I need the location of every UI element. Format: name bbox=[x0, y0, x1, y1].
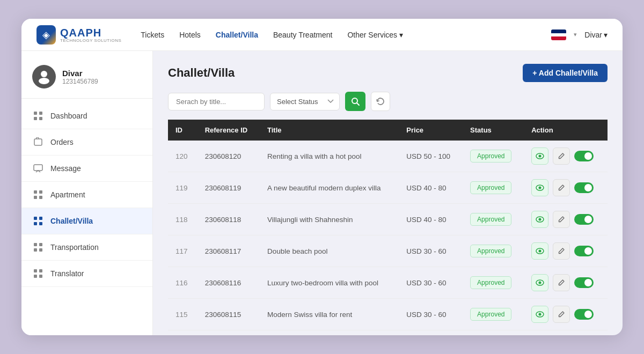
toggle-button[interactable] bbox=[574, 309, 594, 320]
challet-table: ID Reference ID Title Price Status Actio… bbox=[168, 120, 608, 330]
cell-price: USD 30 - 60 bbox=[399, 235, 463, 267]
transportation-icon bbox=[32, 241, 44, 253]
nav-tickets[interactable]: Tickets bbox=[141, 31, 164, 39]
svg-rect-23 bbox=[39, 275, 42, 278]
cell-id: 119 bbox=[168, 172, 197, 204]
cell-action bbox=[524, 299, 608, 330]
table-row: 117 230608117 Double beach pool USD 30 -… bbox=[168, 235, 608, 267]
cell-price: USD 50 - 100 bbox=[399, 141, 463, 172]
col-ref: Reference ID bbox=[197, 120, 260, 141]
toggle-button[interactable] bbox=[574, 182, 594, 193]
cell-price: USD 40 - 80 bbox=[399, 204, 463, 235]
cell-id: 118 bbox=[168, 204, 197, 235]
sidebar-item-challet[interactable]: Challet/Villa bbox=[21, 208, 152, 234]
chevron-down-icon: ▾ bbox=[399, 31, 403, 39]
edit-button[interactable] bbox=[553, 242, 570, 260]
challet-icon bbox=[32, 215, 44, 227]
profile-info: Divar 1231456789 bbox=[62, 69, 98, 85]
message-icon bbox=[32, 163, 44, 174]
cell-action bbox=[524, 235, 608, 267]
action-btns bbox=[531, 306, 600, 323]
reset-button[interactable] bbox=[371, 92, 390, 111]
cell-action bbox=[524, 204, 608, 235]
svg-point-33 bbox=[539, 250, 541, 253]
cell-price: USD 30 - 60 bbox=[399, 299, 463, 330]
svg-rect-6 bbox=[34, 139, 42, 145]
language-flag[interactable] bbox=[551, 30, 566, 40]
status-badge: Approved bbox=[470, 213, 511, 226]
svg-point-1 bbox=[39, 78, 49, 84]
cell-status: Approved bbox=[463, 172, 524, 204]
cell-status: Approved bbox=[463, 267, 524, 299]
cell-status: Approved bbox=[463, 204, 524, 235]
toggle-button[interactable] bbox=[574, 246, 594, 256]
nav-other[interactable]: Other Services ▾ bbox=[347, 31, 403, 39]
action-btns bbox=[531, 274, 600, 291]
view-button[interactable] bbox=[531, 242, 548, 260]
svg-point-29 bbox=[539, 187, 541, 189]
sidebar-item-orders[interactable]: Orders bbox=[21, 129, 152, 156]
status-badge: Approved bbox=[470, 150, 511, 163]
cell-price: USD 30 - 60 bbox=[399, 267, 463, 299]
svg-rect-17 bbox=[39, 243, 42, 246]
sidebar-item-apartment[interactable]: Apartment bbox=[21, 182, 152, 208]
view-button[interactable] bbox=[531, 148, 548, 165]
sidebar-item-message[interactable]: Message bbox=[21, 156, 152, 182]
add-challet-button[interactable]: + Add Challet/Villa bbox=[523, 64, 608, 82]
user-menu[interactable]: Divar ▾ bbox=[584, 31, 608, 39]
svg-point-35 bbox=[539, 282, 541, 284]
svg-rect-4 bbox=[34, 117, 37, 120]
view-button[interactable] bbox=[531, 211, 548, 228]
sidebar-item-translator[interactable]: Translator bbox=[21, 261, 152, 287]
toggle-button[interactable] bbox=[574, 277, 594, 288]
svg-line-25 bbox=[357, 103, 359, 105]
svg-rect-13 bbox=[39, 217, 42, 220]
edit-button[interactable] bbox=[553, 148, 570, 165]
nav-challet[interactable]: Challet/Villa bbox=[216, 31, 258, 39]
view-button[interactable] bbox=[531, 274, 548, 291]
cell-title: Luxury two-bedroom villa with pool bbox=[260, 267, 399, 299]
action-btns bbox=[531, 179, 600, 196]
toggle-button[interactable] bbox=[574, 214, 594, 225]
nav-beauty[interactable]: Beauty Treatment bbox=[273, 31, 333, 39]
svg-rect-11 bbox=[39, 196, 42, 199]
sidebar-item-transportation[interactable]: Transportation bbox=[21, 234, 152, 261]
svg-rect-10 bbox=[34, 196, 37, 199]
svg-rect-7 bbox=[34, 165, 42, 171]
search-button[interactable] bbox=[345, 92, 365, 111]
profile-phone: 1231456789 bbox=[62, 78, 98, 85]
status-badge: Approved bbox=[470, 276, 511, 289]
sidebar-item-dashboard[interactable]: Dashboard bbox=[21, 103, 152, 129]
view-button[interactable] bbox=[531, 306, 548, 323]
svg-point-37 bbox=[539, 313, 541, 316]
cell-title: Villajungli with Shahneshin bbox=[260, 204, 399, 235]
svg-rect-5 bbox=[39, 117, 42, 120]
cell-ref: 230608119 bbox=[197, 172, 260, 204]
svg-point-0 bbox=[41, 71, 47, 77]
col-action: Action bbox=[524, 120, 608, 141]
status-badge: Approved bbox=[470, 308, 511, 321]
view-button[interactable] bbox=[531, 179, 548, 196]
cell-id: 115 bbox=[168, 299, 197, 330]
sidebar-label-translator: Translator bbox=[50, 269, 84, 278]
svg-point-31 bbox=[539, 218, 541, 221]
edit-button[interactable] bbox=[553, 211, 570, 228]
cell-title: Double beach pool bbox=[260, 235, 399, 267]
edit-button[interactable] bbox=[553, 306, 570, 323]
edit-button[interactable] bbox=[553, 274, 570, 291]
nav-hotels[interactable]: Hotels bbox=[179, 31, 201, 39]
edit-button[interactable] bbox=[553, 179, 570, 196]
dashboard-icon bbox=[32, 110, 44, 122]
col-status: Status bbox=[463, 120, 524, 141]
svg-rect-8 bbox=[34, 190, 37, 194]
cell-action bbox=[524, 141, 608, 172]
status-select[interactable]: Select Status Approved Pending Rejected bbox=[270, 93, 340, 110]
translator-icon bbox=[32, 268, 44, 279]
sidebar-label-message: Message bbox=[50, 164, 81, 173]
main-card: ◈ QAAPH TECHNOLOGY SOLUTIONS Tickets Hot… bbox=[21, 19, 623, 335]
toggle-button[interactable] bbox=[574, 151, 594, 161]
table-row: 116 230608116 Luxury two-bedroom villa w… bbox=[168, 267, 608, 299]
search-input[interactable] bbox=[168, 93, 265, 110]
sidebar-label-orders: Orders bbox=[50, 138, 74, 146]
logo-text-group: QAAPH TECHNOLOGY SOLUTIONS bbox=[60, 27, 121, 43]
